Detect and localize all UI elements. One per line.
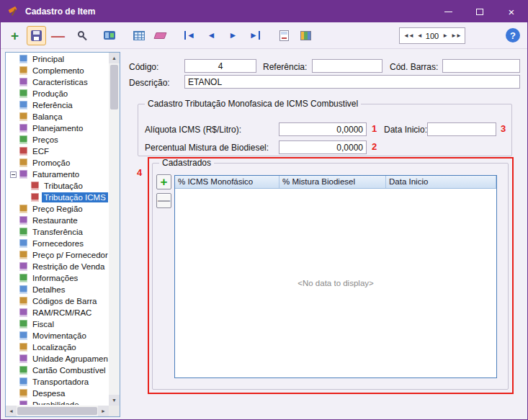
sidebar-item[interactable]: Tributação ICMS M xyxy=(6,192,108,203)
tree-item-icon xyxy=(19,216,27,225)
sidebar-item-label: Principal xyxy=(30,54,108,64)
help-button[interactable]: ? xyxy=(506,28,520,43)
sidebar-item[interactable]: Principal xyxy=(6,53,108,65)
scroll-up-icon[interactable]: ▲ xyxy=(109,53,120,63)
sidebar-item-label: Transportadora xyxy=(30,377,108,387)
remove-row-button[interactable]: — xyxy=(156,193,171,208)
counter-first-icon[interactable]: ◄◄ xyxy=(403,32,413,39)
data-inicio-field[interactable] xyxy=(427,122,496,136)
scroll-right-icon[interactable]: ► xyxy=(98,406,109,416)
minus-icon: — xyxy=(51,29,65,43)
sidebar-item[interactable]: Códigos de Barra xyxy=(6,295,108,307)
delete-button[interactable]: — xyxy=(48,26,68,45)
cadastrados-grid[interactable]: % ICMS Monofásico% Mistura BiodieselData… xyxy=(174,175,497,378)
sidebar-item[interactable]: Fiscal xyxy=(6,318,108,330)
sidebar-item[interactable]: Balança xyxy=(6,111,108,122)
sidebar-item-label: Faturamento xyxy=(30,169,108,179)
annotation-1: 1 xyxy=(372,123,377,134)
percentual-field[interactable]: 0,0000 xyxy=(279,140,367,154)
maximize-icon xyxy=(476,9,483,15)
sidebar-item[interactable]: Transportadora xyxy=(6,376,108,388)
sidebar-item-label: Despesa xyxy=(30,388,108,398)
add-row-button[interactable]: + xyxy=(156,174,171,189)
sidebar-item-label: RAM/RCM/RAC xyxy=(30,308,108,318)
sidebar-item[interactable]: Movimentação xyxy=(6,330,108,341)
sidebar-item-label: Fornecedores xyxy=(30,238,108,249)
sidebar-item[interactable]: Informações xyxy=(6,272,108,284)
sidebar-item-label: Referência xyxy=(30,100,108,110)
sidebar-item[interactable]: Localização xyxy=(6,341,108,353)
sidebar-item[interactable]: Detalhes xyxy=(6,284,108,295)
scroll-down-icon[interactable]: ▼ xyxy=(109,395,120,406)
horizontal-scrollbar[interactable]: ◄ ► xyxy=(6,406,109,416)
codigo-field[interactable]: 4 xyxy=(184,59,256,73)
tree-item-icon xyxy=(19,274,27,282)
save-icon xyxy=(31,30,42,41)
nav-next-button[interactable]: ► xyxy=(223,26,243,45)
tree-item-icon xyxy=(19,389,27,398)
toolbar: + — ◄ ◄ ► ► ◄◄ ◄ 100 ► ►► ? xyxy=(1,22,527,49)
sidebar-item[interactable]: Promoção xyxy=(6,157,108,169)
clear-button[interactable] xyxy=(151,26,170,45)
grid-column-header[interactable]: % Mistura Biodiesel xyxy=(279,176,386,188)
vertical-scrollbar[interactable]: ▲ ▼ xyxy=(109,53,120,406)
sidebar-item[interactable]: Referência xyxy=(6,99,108,111)
codigo-label: Código: xyxy=(129,62,158,72)
close-button[interactable]: × xyxy=(496,1,527,22)
sidebar-item[interactable]: Preço p/ Fornecedor xyxy=(6,249,108,261)
counter-next-icon[interactable]: ► xyxy=(442,32,447,39)
sidebar-item[interactable]: Durabilidade xyxy=(6,399,108,405)
sidebar-item[interactable]: Planejamento xyxy=(6,122,108,134)
aliquota-field[interactable]: 0,0000 xyxy=(279,122,367,136)
tree-item-icon xyxy=(19,124,27,133)
sidebar-item[interactable]: Preços xyxy=(6,134,108,146)
sidebar-item[interactable]: Preço Região xyxy=(6,203,108,215)
nav-prev-button[interactable]: ◄ xyxy=(202,26,221,45)
sidebar-item[interactable]: Fornecedores xyxy=(6,238,108,249)
cod-barras-field[interactable] xyxy=(442,59,520,73)
sidebar-item[interactable]: Restrição de Venda xyxy=(6,261,108,272)
film-icon xyxy=(104,31,115,40)
vertical-scroll-thumb[interactable] xyxy=(110,65,118,110)
grid-column-header[interactable]: Data Inicio xyxy=(386,176,496,188)
sidebar-item[interactable]: ECF xyxy=(6,146,108,157)
titlebar: Cadastro de Item × xyxy=(1,1,527,22)
sidebar-item[interactable]: Cartão Combustível xyxy=(6,365,108,376)
sidebar-item[interactable]: RAM/RCM/RAC xyxy=(6,307,108,318)
sidebar-item[interactable]: Produção xyxy=(6,88,108,99)
sidebar-item-label: Códigos de Barra xyxy=(30,296,108,306)
report-button[interactable] xyxy=(274,26,294,45)
media-button[interactable] xyxy=(99,26,119,45)
sidebar-item-label: Preços xyxy=(30,135,108,145)
sidebar-item[interactable]: Despesa xyxy=(6,388,108,399)
plus-icon: + xyxy=(11,29,19,43)
sidebar-item[interactable]: Transferência xyxy=(6,226,108,238)
sidebar-item[interactable]: Restaurante xyxy=(6,215,108,226)
sidebar-item[interactable]: Características xyxy=(6,76,108,88)
nav-first-button[interactable]: ◄ xyxy=(180,26,200,45)
record-counter: ◄◄ ◄ 100 ► ►► xyxy=(399,27,465,44)
save-button[interactable] xyxy=(27,26,46,45)
sidebar-item[interactable]: Unidade Agrupamento xyxy=(6,353,108,365)
sidebar-item[interactable]: Complemento xyxy=(6,65,108,76)
counter-prev-icon[interactable]: ◄ xyxy=(417,32,422,39)
table-report-button[interactable] xyxy=(296,26,316,45)
counter-last-icon[interactable]: ►► xyxy=(451,32,461,39)
referencia-label: Referência: xyxy=(263,62,307,72)
nav-last-button[interactable]: ► xyxy=(245,26,264,45)
search-button[interactable] xyxy=(70,26,89,45)
descricao-field[interactable]: ETANOL xyxy=(184,75,520,89)
collapse-expander-icon[interactable] xyxy=(10,171,17,178)
new-button[interactable]: + xyxy=(5,26,24,45)
scroll-left-icon[interactable]: ◄ xyxy=(6,406,17,416)
grid-body[interactable]: <No data to display> xyxy=(175,189,496,377)
horizontal-scroll-thumb[interactable] xyxy=(17,407,97,415)
grid-view-button[interactable] xyxy=(129,26,148,45)
data-inicio-label: Data Inicio: xyxy=(384,125,427,135)
minimize-button[interactable] xyxy=(432,1,464,22)
sidebar-item[interactable]: Faturamento xyxy=(6,169,108,180)
maximize-button[interactable] xyxy=(464,1,496,22)
referencia-field[interactable] xyxy=(312,59,382,73)
grid-column-header[interactable]: % ICMS Monofásico xyxy=(175,176,279,188)
sidebar-item[interactable]: Tributação xyxy=(6,180,108,192)
